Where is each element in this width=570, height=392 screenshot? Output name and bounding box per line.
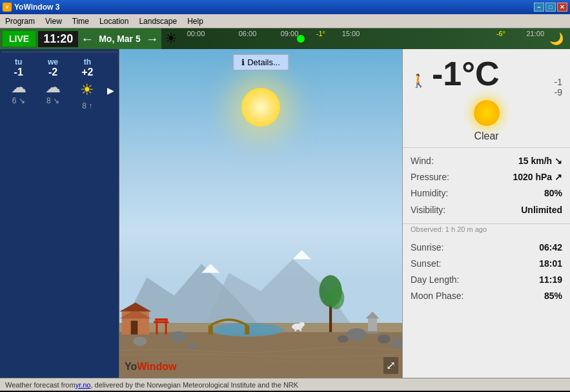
pressure-value: 1020 hPa ↗ — [513, 169, 562, 185]
svg-marker-19 — [365, 312, 379, 319]
live-button[interactable]: LIVE — [3, 31, 36, 46]
timeline-moon-icon: 🌙 — [549, 32, 564, 46]
svg-point-27 — [328, 287, 344, 309]
moonphase-label: Moon Phase: — [411, 288, 464, 304]
details-label: Details... — [247, 57, 280, 67]
menu-view[interactable]: View — [40, 14, 67, 28]
timeline-track[interactable]: .tl-sun { position:absolute; font-size:2… — [161, 28, 570, 49]
timeline-label-0000: 00:00 — [187, 30, 205, 37]
daylength-row: Day Length: 11:19 — [411, 272, 562, 288]
timeline-sun-icon: ☀ — [165, 30, 178, 47]
menu-help[interactable]: Help — [182, 14, 209, 28]
temp-low: -9 — [555, 87, 562, 98]
forecast-day-2-name: we — [48, 57, 58, 67]
timeline-label-0600: 06:00 — [239, 30, 257, 37]
sunrise-row: Sunrise: 06:42 — [411, 240, 562, 256]
statusbar: Weather forecast from yr.no , delivered … — [0, 378, 570, 391]
side-temperatures: -1 -9 — [555, 77, 562, 98]
sunrise-label: Sunrise: — [411, 240, 443, 256]
sunset-value: 18:01 — [539, 256, 562, 272]
menu-location[interactable]: Location — [94, 14, 134, 28]
forecast-sidebar: tu -1 ☁ 6 ↘ we -2 ☁ 8 ↘ th +2 ☀ 8 ↑ ▶ — [0, 49, 119, 378]
statusbar-link[interactable]: yr.no — [76, 381, 91, 389]
titlebar-buttons: − □ ✕ — [534, 3, 567, 12]
titlebar: Y YoWindow 3 − □ ✕ — [0, 0, 570, 14]
info-icon: ℹ — [241, 57, 245, 67]
weather-top: 🚶 -1°C -1 -9 Clear — [403, 49, 570, 148]
forecast-day-2-temp: -2 — [48, 67, 57, 78]
forecast-day-3: th +2 ☀ 8 ↑ — [70, 55, 105, 113]
timeline-progress-dot — [297, 35, 305, 43]
svg-rect-9 — [245, 325, 249, 335]
wind-row: Wind: 15 km/h ↘ — [411, 153, 562, 169]
current-date: Mo, Mar 5 — [99, 34, 141, 44]
menubar: Program View Time Location Landscape Hel… — [0, 14, 570, 28]
app-icon: Y — [3, 3, 12, 12]
nav-next-button[interactable]: → — [146, 32, 159, 46]
forecast-days-row: tu -1 ☁ 6 ↘ we -2 ☁ 8 ↘ th +2 ☀ 8 ↑ ▶ — [1, 52, 117, 113]
svg-point-30 — [378, 335, 391, 344]
app-title: YoWindow 3 — [14, 3, 59, 12]
timeline-label-2100: 21:00 — [526, 30, 544, 37]
forecast-day-3-name: th — [84, 57, 91, 67]
svg-point-32 — [188, 343, 197, 349]
menu-landscape[interactable]: Landscape — [134, 14, 182, 28]
forecast-day-3-temp: +2 — [81, 67, 93, 78]
weather-condition-label: Clear — [474, 130, 498, 142]
svg-rect-17 — [154, 321, 168, 323]
main-temperature: -1°C — [432, 54, 500, 93]
main-content: tu -1 ☁ 6 ↘ we -2 ☁ 8 ↘ th +2 ☀ 8 ↑ ▶ — [0, 49, 570, 378]
timeline-temp-2: -6° — [496, 30, 505, 37]
minimize-button[interactable]: − — [534, 3, 544, 12]
forecast-day-1-icon: ☁ — [11, 78, 26, 96]
visibility-label: Visibility: — [411, 202, 445, 218]
forecast-day-2: we -2 ☁ 8 ↘ — [36, 55, 70, 113]
details-button[interactable]: ℹ Details... — [233, 54, 289, 70]
landscape-svg — [119, 49, 402, 378]
pressure-label: Pressure: — [411, 169, 449, 185]
svg-point-29 — [347, 328, 367, 341]
svg-rect-22 — [300, 327, 301, 331]
sunset-label: Sunset: — [411, 256, 441, 272]
forecast-next-button[interactable]: ▶ — [105, 68, 117, 113]
menu-program[interactable]: Program — [0, 14, 40, 28]
weather-condition-icon — [474, 100, 500, 126]
weather-icon-area — [474, 100, 500, 128]
moonphase-value: 85% — [544, 288, 562, 304]
svg-point-31 — [133, 336, 147, 346]
svg-rect-23 — [294, 327, 296, 331]
forecast-day-3-low: 8 ↑ — [82, 101, 92, 110]
forecast-day-1-low: 6 ↘ — [12, 96, 25, 105]
daylength-value: 11:19 — [539, 272, 562, 288]
svg-rect-25 — [329, 305, 332, 332]
menu-time[interactable]: Time — [67, 14, 94, 28]
expand-button[interactable]: ⤢ — [383, 357, 398, 374]
forecast-day-1: tu -1 ☁ 6 ↘ — [1, 55, 36, 113]
timeline-temp-1: -1° — [316, 30, 325, 37]
timeline-bar: LIVE 11:20 ← Mo, Mar 5 → .tl-sun { posit… — [0, 28, 570, 49]
forecast-day-2-low: 8 ↘ — [46, 96, 59, 105]
nav-prev-button[interactable]: ← — [81, 32, 94, 46]
forecast-day-2-icon: ☁ — [45, 78, 61, 96]
close-button[interactable]: ✕ — [557, 3, 567, 12]
humidity-label: Humidity: — [411, 185, 448, 201]
daylength-label: Day Length: — [411, 272, 460, 288]
timeline-label-0900: 09:00 — [281, 30, 299, 37]
maximize-button[interactable]: □ — [545, 3, 556, 12]
svg-marker-3 — [292, 250, 310, 259]
sunrise-value: 06:42 — [539, 240, 562, 256]
observed-text: Observed: 1 h 20 m ago — [403, 224, 570, 234]
sun-moon-info: Sunrise: 06:42 Sunset: 18:01 Day Length:… — [403, 234, 570, 310]
current-time: 11:20 — [38, 31, 78, 47]
titlebar-left: Y YoWindow 3 — [3, 3, 59, 12]
pressure-row: Pressure: 1020 hPa ↗ — [411, 169, 562, 185]
svg-rect-8 — [209, 325, 213, 335]
timeline-label-1500: 15:00 — [342, 30, 360, 37]
visibility-row: Visibility: Unlimited — [411, 202, 562, 218]
humidity-value: 80% — [544, 185, 562, 201]
svg-point-24 — [299, 322, 304, 327]
branding-logo: YoWindow — [125, 361, 176, 373]
moonphase-row: Moon Phase: 85% — [411, 288, 562, 304]
humidity-row: Humidity: 80% — [411, 185, 562, 201]
statusbar-text-after: , delivered by the Norwegian Meteorologi… — [90, 381, 298, 389]
